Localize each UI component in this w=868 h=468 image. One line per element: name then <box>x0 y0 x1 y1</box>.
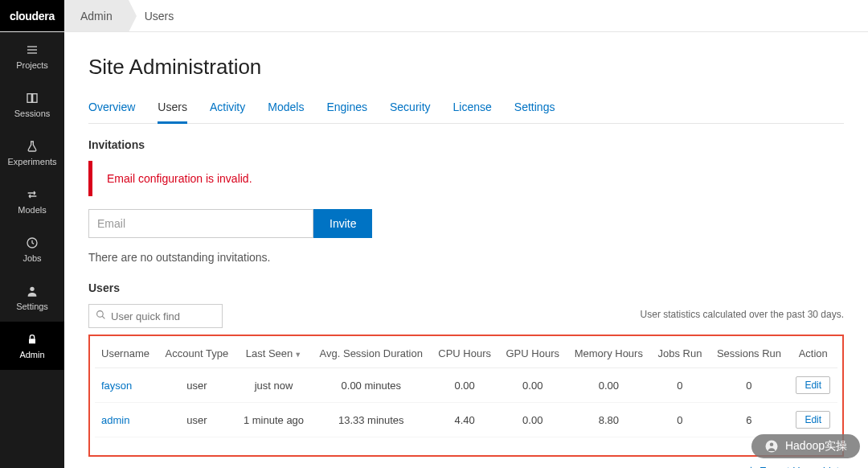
edit-button[interactable]: Edit <box>796 376 830 394</box>
svg-rect-1 <box>27 49 37 50</box>
users-table-body: faysonuserjust now0.00 minutes0.000.000.… <box>95 368 837 437</box>
sidebar-item-label: Sessions <box>14 109 51 118</box>
sidebar-item-projects[interactable]: Projects <box>0 32 64 80</box>
cell-username[interactable]: fayson <box>95 368 158 403</box>
invitations-heading: Invitations <box>88 138 844 151</box>
table-row: faysonuserjust now0.00 minutes0.000.000.… <box>95 368 837 403</box>
col-username[interactable]: Username <box>95 339 158 368</box>
col-action: Action <box>789 339 837 368</box>
svg-rect-7 <box>29 339 35 343</box>
users-table: Username Account Type Last Seen▼ Avg. Se… <box>95 339 837 437</box>
search-icon <box>96 310 106 322</box>
brand-logo: cloudera <box>0 0 64 31</box>
col-avg-session[interactable]: Avg. Session Duration <box>311 339 431 368</box>
invite-button[interactable]: Invite <box>313 209 372 238</box>
svg-rect-3 <box>27 94 31 103</box>
col-cpu-hours[interactable]: CPU Hours <box>431 339 498 368</box>
email-field[interactable] <box>88 209 313 238</box>
table-row: adminuser1 minute ago13.33 minutes4.400.… <box>95 403 837 437</box>
flask-icon <box>26 139 39 154</box>
cell-memory-hours: 8.80 <box>567 403 650 437</box>
sidebar-item-label: Admin <box>19 350 44 359</box>
cell-cpu-hours: 0.00 <box>431 368 498 403</box>
stats-note: User statistics calculated over the past… <box>641 309 844 320</box>
tab-bar: OverviewUsersActivityModelsEnginesSecuri… <box>88 94 844 124</box>
list-icon <box>26 43 39 57</box>
cell-jobs-run: 0 <box>650 403 709 437</box>
main-content: Site Administration OverviewUsersActivit… <box>64 32 868 468</box>
cell-gpu-hours: 0.00 <box>498 403 567 437</box>
cell-avg-session: 13.33 minutes <box>311 403 431 437</box>
sidebar: ProjectsSessionsExperimentsModelsJobsSet… <box>0 32 64 468</box>
sessions-icon <box>26 91 39 105</box>
breadcrumb-admin[interactable]: Admin <box>64 0 129 31</box>
cell-sessions-run: 6 <box>709 403 788 437</box>
svg-point-8 <box>97 311 104 318</box>
col-memory-hours[interactable]: Memory Hours <box>567 339 650 368</box>
user-search-input[interactable] <box>111 310 215 322</box>
svg-rect-0 <box>27 46 37 47</box>
svg-rect-2 <box>27 52 37 53</box>
export-users-link[interactable]: Export Users List <box>88 465 844 468</box>
topbar: cloudera Admin Users <box>0 0 868 32</box>
users-table-header: Username Account Type Last Seen▼ Avg. Se… <box>95 339 837 368</box>
col-last-seen[interactable]: Last Seen▼ <box>236 339 312 368</box>
sort-desc-icon: ▼ <box>294 351 301 359</box>
cell-last-seen: just now <box>236 368 312 403</box>
cell-action: Edit <box>789 368 837 403</box>
users-table-highlight: Username Account Type Last Seen▼ Avg. Se… <box>88 335 844 457</box>
tab-security[interactable]: Security <box>390 94 431 123</box>
sidebar-item-label: Jobs <box>23 253 41 263</box>
svg-rect-4 <box>33 94 37 103</box>
tab-settings[interactable]: Settings <box>514 94 555 123</box>
cell-action: Edit <box>789 403 837 437</box>
sidebar-item-models[interactable]: Models <box>0 177 64 225</box>
cell-username[interactable]: admin <box>95 403 158 437</box>
arrows-icon <box>26 187 39 202</box>
sidebar-item-settings[interactable]: Settings <box>0 273 64 322</box>
cell-sessions-run: 0 <box>709 368 788 403</box>
cell-memory-hours: 0.00 <box>567 368 650 403</box>
col-account-type[interactable]: Account Type <box>158 339 235 368</box>
sidebar-item-sessions[interactable]: Sessions <box>0 80 64 129</box>
clock-icon <box>26 236 39 250</box>
tab-license[interactable]: License <box>453 94 492 123</box>
user-icon <box>26 284 39 298</box>
cell-gpu-hours: 0.00 <box>498 368 567 403</box>
svg-line-9 <box>102 316 104 318</box>
tab-users[interactable]: Users <box>158 94 187 124</box>
col-jobs-run[interactable]: Jobs Run <box>650 339 709 368</box>
sidebar-item-label: Settings <box>16 302 48 311</box>
breadcrumb: Admin Users <box>64 0 190 31</box>
sidebar-item-label: Models <box>18 205 46 215</box>
users-heading: Users <box>88 281 844 294</box>
tab-models[interactable]: Models <box>268 94 304 123</box>
sidebar-item-experiments[interactable]: Experiments <box>0 129 64 177</box>
invitations-error-alert: Email configuration is invalid. <box>88 161 844 196</box>
cell-account-type: user <box>158 403 235 437</box>
sidebar-item-jobs[interactable]: Jobs <box>0 225 64 273</box>
cell-jobs-run: 0 <box>650 368 709 403</box>
cell-avg-session: 0.00 minutes <box>311 368 431 403</box>
sidebar-item-label: Projects <box>16 60 48 70</box>
edit-button[interactable]: Edit <box>796 411 830 429</box>
tab-overview[interactable]: Overview <box>88 94 135 123</box>
sidebar-item-label: Experiments <box>7 157 56 166</box>
user-search[interactable] <box>88 304 223 328</box>
page-title: Site Administration <box>88 55 844 80</box>
breadcrumb-users[interactable]: Users <box>129 0 190 31</box>
sidebar-item-admin[interactable]: Admin <box>0 322 64 370</box>
tab-activity[interactable]: Activity <box>210 94 245 123</box>
invitations-empty-text: There are no outstanding invitations. <box>88 251 844 264</box>
cell-cpu-hours: 4.40 <box>431 403 498 437</box>
svg-point-6 <box>30 287 34 291</box>
invite-form: Invite <box>88 209 844 238</box>
cell-last-seen: 1 minute ago <box>236 403 312 437</box>
cell-account-type: user <box>158 368 235 403</box>
tab-engines[interactable]: Engines <box>326 94 367 123</box>
col-gpu-hours[interactable]: GPU Hours <box>498 339 567 368</box>
col-sessions-run[interactable]: Sessions Run <box>709 339 788 368</box>
lock-icon <box>26 332 39 347</box>
